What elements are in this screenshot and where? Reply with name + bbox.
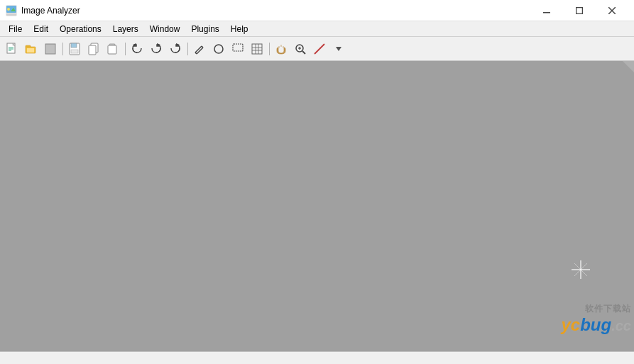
toolbar-sep-3 [185,40,190,58]
watermark-overlay: 软件下载站 ycbug.cc [520,299,634,338]
toolbar-save[interactable] [65,40,84,58]
svg-line-31 [195,53,197,54]
menu-bar: File Edit Operations Layers Window Plugi… [0,21,634,37]
toolbar-select[interactable] [229,40,247,58]
title-bar-controls [530,0,628,21]
title-bar: Image Analyzer [0,0,634,21]
menu-edit[interactable]: Edit [28,21,54,37]
svg-rect-19 [71,43,77,48]
minimize-button[interactable] [530,0,563,21]
toolbar-open[interactable] [22,40,40,58]
toolbar-dropdown[interactable] [329,40,348,58]
canvas-area: 软件下载站 ycbug.cc [0,61,634,351]
toolbar-pan[interactable] [272,40,290,58]
toolbar-redo[interactable] [147,40,165,58]
svg-rect-34 [252,44,262,54]
toolbar-circle[interactable] [209,40,228,58]
toolbar-pen[interactable] [190,40,209,58]
svg-rect-24 [108,45,116,54]
svg-rect-5 [543,12,550,13]
svg-rect-17 [45,44,55,54]
menu-operations[interactable]: Operations [54,21,107,37]
maximize-button[interactable] [563,0,596,21]
toolbar-undo[interactable] [128,40,146,58]
svg-rect-6 [576,7,583,13]
toolbar-line[interactable] [310,40,329,58]
status-bar [0,351,634,364]
toolbar-close-doc[interactable] [41,40,60,58]
watermark-logo-y: y [561,315,570,334]
app-title: Image Analyzer [21,6,80,16]
close-button[interactable] [596,0,628,21]
toolbar-sep-4 [267,40,271,58]
toolbar-zoom[interactable] [291,40,310,58]
svg-rect-33 [233,44,243,51]
menu-help[interactable]: Help [225,21,254,37]
toolbar [0,37,634,61]
watermark-logo-cc: .cc [611,318,631,333]
svg-rect-16 [27,48,34,53]
sparkle-decoration [570,259,591,280]
watermark-cn-text: 软件下载站 [585,303,631,315]
menu-window[interactable]: Window [144,21,186,37]
watermark-logo: ycbug.cc [561,315,631,335]
canvas-corner-decoration [623,61,634,72]
toolbar-sep-1 [60,40,65,58]
app-icon [6,5,17,16]
watermark-logo-c: c [571,315,580,334]
menu-layers[interactable]: Layers [107,21,144,37]
toolbar-new[interactable] [3,40,21,58]
svg-point-32 [214,45,223,53]
title-bar-left: Image Analyzer [6,5,80,16]
svg-line-43 [315,44,324,54]
svg-rect-22 [89,45,96,55]
toolbar-paste[interactable] [104,40,122,58]
toolbar-copy[interactable] [84,40,103,58]
menu-file[interactable]: File [3,21,28,37]
svg-line-40 [302,51,305,54]
svg-rect-20 [71,50,78,53]
svg-point-3 [7,8,10,11]
svg-line-29 [202,46,203,48]
menu-plugins[interactable]: Plugins [185,21,224,37]
svg-rect-2 [6,13,16,16]
toolbar-redo2[interactable] [166,40,185,58]
toolbar-sep-2 [123,40,127,58]
toolbar-grid[interactable] [248,40,266,58]
watermark-logo-bug: bug [580,315,611,334]
svg-marker-44 [336,47,341,51]
